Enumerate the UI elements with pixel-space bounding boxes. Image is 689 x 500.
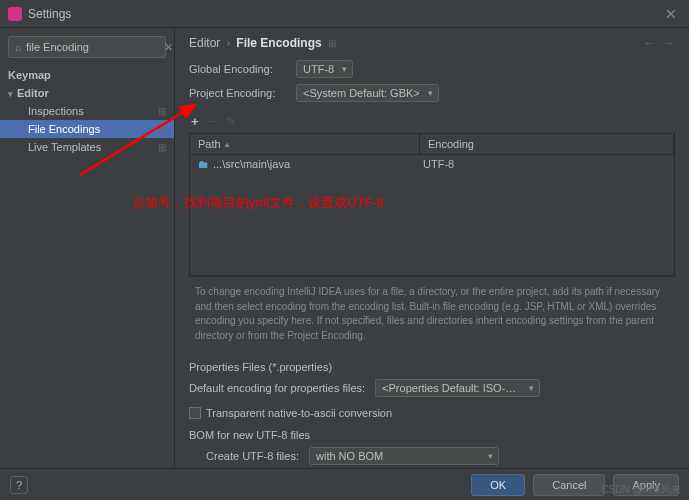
chevron-right-icon: › [226, 36, 230, 50]
project-encoding-label: Project Encoding: [189, 87, 284, 99]
checkbox-icon [189, 407, 201, 419]
bom-dropdown[interactable]: with NO BOM [309, 447, 499, 465]
path-cell: ...\src\main\java [213, 158, 290, 170]
chevron-down-icon: ▾ [8, 89, 13, 99]
breadcrumb-root[interactable]: Editor [189, 36, 220, 50]
titlebar: Settings ✕ [0, 0, 689, 28]
table-toolbar: + − ✎ [189, 114, 675, 129]
project-encoding-dropdown[interactable]: <System Default: GBK> [296, 84, 439, 102]
global-encoding-dropdown[interactable]: UTF-8 [296, 60, 353, 78]
bom-label: Create UTF-8 files: [189, 450, 299, 462]
ok-button[interactable]: OK [471, 474, 525, 496]
transparent-ascii-checkbox[interactable]: Transparent native-to-ascii conversion [189, 407, 392, 419]
nav-forward-icon[interactable]: → [663, 36, 675, 50]
app-icon [8, 7, 22, 21]
search-icon: ⌕ [15, 41, 22, 53]
nav-back-icon[interactable]: ← [643, 36, 655, 50]
sidebar-item-editor[interactable]: ▾Editor [0, 84, 174, 102]
breadcrumb-current: File Encodings [236, 36, 321, 50]
encodings-table: Path▴ Encoding 🖿...\src\main\java UTF-8 [189, 133, 675, 276]
sidebar: ⌕ ✕ Keymap ▾Editor Inspections⊞ File Enc… [0, 28, 175, 468]
watermark: CSDN @m等风来 [601, 483, 681, 497]
global-encoding-label: Global Encoding: [189, 63, 284, 75]
edit-button[interactable]: ✎ [226, 114, 237, 129]
cancel-button[interactable]: Cancel [533, 474, 605, 496]
clear-icon[interactable]: ✕ [164, 41, 173, 54]
window-title: Settings [28, 7, 661, 21]
props-section-title: Properties Files (*.properties) [189, 361, 675, 373]
help-text: To change encoding IntelliJ IDEA uses fo… [189, 276, 675, 351]
help-button[interactable]: ? [10, 476, 28, 494]
encoding-cell[interactable]: UTF-8 [423, 158, 666, 170]
search-input[interactable] [26, 41, 164, 53]
col-encoding[interactable]: Encoding [420, 134, 674, 154]
search-box[interactable]: ⌕ ✕ [8, 36, 166, 58]
bom-section-title: BOM for new UTF-8 files [189, 429, 675, 441]
props-encoding-dropdown[interactable]: <Properties Default: ISO-8859-1> [375, 379, 540, 397]
scope-icon: ⊞ [158, 142, 166, 153]
remove-button[interactable]: − [209, 114, 217, 129]
breadcrumb: Editor › File Encodings ⊞ ←→ [189, 36, 675, 50]
scope-icon: ⊞ [158, 124, 166, 135]
scope-icon: ⊞ [328, 38, 336, 49]
props-encoding-label: Default encoding for properties files: [189, 382, 365, 394]
add-button[interactable]: + [191, 114, 199, 129]
sidebar-item-inspections[interactable]: Inspections⊞ [0, 102, 174, 120]
main-panel: Editor › File Encodings ⊞ ←→ Global Enco… [175, 28, 689, 468]
footer: ? OK Cancel Apply [0, 468, 689, 500]
table-row[interactable]: 🖿...\src\main\java UTF-8 [190, 155, 674, 173]
close-icon[interactable]: ✕ [661, 6, 681, 22]
sort-asc-icon: ▴ [225, 139, 230, 149]
sidebar-item-live-templates[interactable]: Live Templates⊞ [0, 138, 174, 156]
scope-icon: ⊞ [158, 106, 166, 117]
sidebar-item-file-encodings[interactable]: File Encodings⊞ [0, 120, 174, 138]
folder-icon: 🖿 [198, 158, 209, 170]
sidebar-item-keymap[interactable]: Keymap [0, 66, 174, 84]
col-path[interactable]: Path▴ [190, 134, 420, 154]
